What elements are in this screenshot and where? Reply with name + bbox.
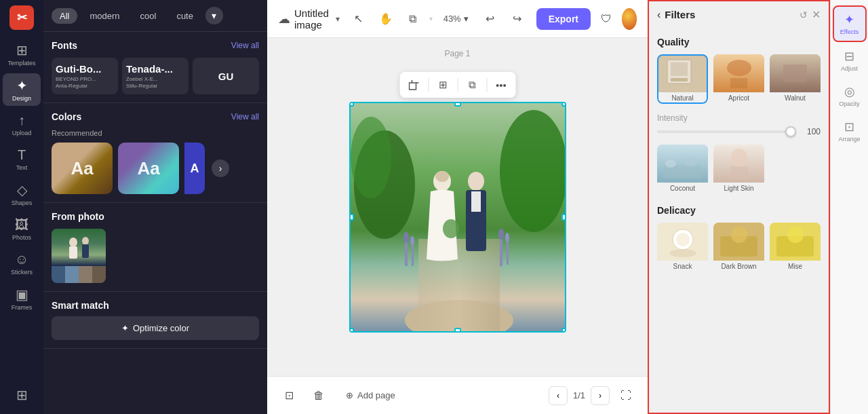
sidebar-item-shapes[interactable]: ◇ Shapes xyxy=(3,178,41,210)
sidebar-item-text[interactable]: T Text xyxy=(3,143,41,175)
font-card-1[interactable]: Tenada-... Zoebel X-E... Stilu-Regular xyxy=(122,58,189,94)
svg-rect-44 xyxy=(730,166,748,180)
add-page-button[interactable]: ⊕ Add page xyxy=(338,386,403,404)
optimize-label: Optimize color xyxy=(133,323,189,333)
mise-thumb xyxy=(770,223,821,261)
filter-lightskin[interactable]: Light Skin xyxy=(713,145,764,195)
sidebar-item-more[interactable]: ⊞ xyxy=(3,383,41,409)
colors-title: Colors xyxy=(52,111,81,122)
document-title[interactable]: Untitled image xyxy=(294,7,332,31)
user-avatar[interactable] xyxy=(622,8,637,30)
tab-opacity[interactable]: ◎ Opacity xyxy=(833,79,867,113)
svg-point-47 xyxy=(676,233,690,246)
apricot-label: Apricot xyxy=(713,92,764,104)
font-card-0[interactable]: Guti-Bo... BEYOND PRO... Anta-Regular xyxy=(52,58,118,94)
optimize-color-button[interactable]: ✦ Optimize color xyxy=(52,316,259,340)
tab-arrange[interactable]: ⊡ Arrange xyxy=(833,114,867,148)
left-sidebar: ✂ ⊞ Templates ✦ Design ↑ Upload T Text ◇… xyxy=(0,0,43,414)
more-options-button[interactable]: ••• xyxy=(491,75,511,95)
filter-coconut[interactable]: Coconut xyxy=(657,145,708,195)
svg-rect-30 xyxy=(667,60,691,83)
filter-tabs-more-button[interactable]: ▾ xyxy=(205,7,223,24)
design-panel: All modern cool cute ▾ Fonts View all Gu… xyxy=(43,0,267,414)
right-tabs: ✦ Effects ⊟ Adjust ◎ Opacity ⊡ Arrange xyxy=(830,0,868,414)
tab-adjust[interactable]: ⊟ Adjust xyxy=(833,43,867,77)
filters-close-button[interactable]: ✕ xyxy=(812,8,821,21)
filter-tab-cool[interactable]: cool xyxy=(132,8,165,24)
canvas-area[interactable]: Page 1 ⊞ ⧉ ••• xyxy=(267,38,648,376)
svg-rect-25 xyxy=(500,236,502,266)
colors-view-all[interactable]: View all xyxy=(231,112,259,121)
redo-button[interactable]: ↪ xyxy=(507,8,528,30)
handle-middle-right[interactable] xyxy=(561,214,566,221)
tab-effects[interactable]: ✦ Effects xyxy=(833,5,867,42)
font-sub-0: BEYOND PRO... xyxy=(56,76,114,82)
grid-button[interactable]: ⊞ xyxy=(433,75,453,95)
sidebar-item-stickers[interactable]: ☺ Stickers xyxy=(3,248,41,280)
title-chevron-icon[interactable]: ▾ xyxy=(336,14,340,24)
shield-button[interactable]: 🛡 xyxy=(599,8,614,30)
filter-apricot[interactable]: Apricot xyxy=(713,54,764,104)
filters-back-button[interactable]: ‹ xyxy=(657,9,660,21)
fonts-view-all[interactable]: View all xyxy=(231,41,259,50)
filter-darkbrown[interactable]: Dark Brown xyxy=(713,223,764,272)
copy-button[interactable]: ⧉ xyxy=(462,75,482,95)
shapes-icon: ◇ xyxy=(17,182,27,198)
handle-bottom-middle[interactable] xyxy=(454,328,461,333)
from-photo-thumbnail[interactable] xyxy=(52,229,106,283)
natural-label: Natural xyxy=(657,92,708,104)
filter-snack[interactable]: Snack xyxy=(657,223,708,272)
toolbar-separator xyxy=(428,78,429,92)
colors-next-button[interactable]: › xyxy=(212,159,229,177)
filter-tab-all[interactable]: All xyxy=(52,8,77,24)
duplicate-button[interactable]: ⊡ xyxy=(278,385,300,407)
filter-tab-modern[interactable]: modern xyxy=(81,8,127,24)
handle-top-middle[interactable] xyxy=(454,102,461,107)
handle-top-left[interactable] xyxy=(349,102,354,107)
filter-mise[interactable]: Mise xyxy=(770,223,821,272)
sidebar-item-design[interactable]: ✦ Design xyxy=(3,73,41,106)
sidebar-item-upload[interactable]: ↑ Upload xyxy=(3,109,41,140)
darkbrown-label: Dark Brown xyxy=(713,261,764,272)
handle-middle-left[interactable] xyxy=(349,214,354,221)
more-icon: ⊞ xyxy=(16,387,28,403)
export-button[interactable]: Export xyxy=(536,8,591,30)
svg-point-48 xyxy=(669,249,696,257)
effects-icon: ✦ xyxy=(844,12,854,27)
intensity-slider[interactable] xyxy=(657,130,796,133)
fullscreen-button[interactable]: ⛶ xyxy=(615,385,637,407)
crop-button[interactable] xyxy=(403,75,424,95)
handle-bottom-right[interactable] xyxy=(561,328,566,333)
frame-tool-button[interactable]: ⧉ xyxy=(402,8,424,30)
select-tool-button[interactable]: ↖ xyxy=(348,8,370,30)
canvas-image-container[interactable]: ↻ xyxy=(349,102,566,333)
sidebar-item-frames[interactable]: ▣ Frames xyxy=(3,282,41,315)
font-card-partial[interactable]: GU xyxy=(193,58,259,94)
handle-bottom-left[interactable] xyxy=(349,328,354,333)
hand-tool-button[interactable]: ✋ xyxy=(375,8,397,30)
filter-walnut[interactable]: Walnut xyxy=(770,54,821,104)
main-area: ☁ Untitled image ▾ ↖ ✋ ⧉ ▾ 43% ▾ ↩ ↪ Exp… xyxy=(267,0,648,414)
color-palette-2[interactable]: Aa xyxy=(118,143,179,194)
delete-button[interactable]: 🗑 xyxy=(308,385,330,407)
zoom-button[interactable]: 43% ▾ xyxy=(438,11,474,26)
handle-top-right[interactable] xyxy=(561,102,566,107)
svg-rect-23 xyxy=(412,242,414,266)
sidebar-item-templates[interactable]: ⊞ Templates xyxy=(3,38,41,71)
filter-tab-cute[interactable]: cute xyxy=(168,8,201,24)
templates-icon: ⊞ xyxy=(16,42,28,58)
undo-button[interactable]: ↩ xyxy=(479,8,501,30)
filter-natural[interactable]: Natural xyxy=(657,54,708,104)
next-page-button[interactable]: › xyxy=(591,386,610,405)
mise-label: Mise xyxy=(770,261,821,272)
app-logo[interactable]: ✂ xyxy=(9,5,34,30)
svg-point-14 xyxy=(351,117,391,198)
sidebar-item-photos[interactable]: 🖼 Photos xyxy=(3,213,41,245)
quality-section-title: Quality xyxy=(657,37,821,48)
filters-refresh-button[interactable]: ↺ xyxy=(800,10,808,20)
color-palette-3-partial[interactable]: A xyxy=(184,143,205,194)
color-palette-1[interactable]: Aa xyxy=(52,143,113,194)
delicacy-section-title: Delicacy xyxy=(657,205,821,216)
sidebar-item-label: Upload xyxy=(12,130,32,136)
prev-page-button[interactable]: ‹ xyxy=(549,386,568,405)
